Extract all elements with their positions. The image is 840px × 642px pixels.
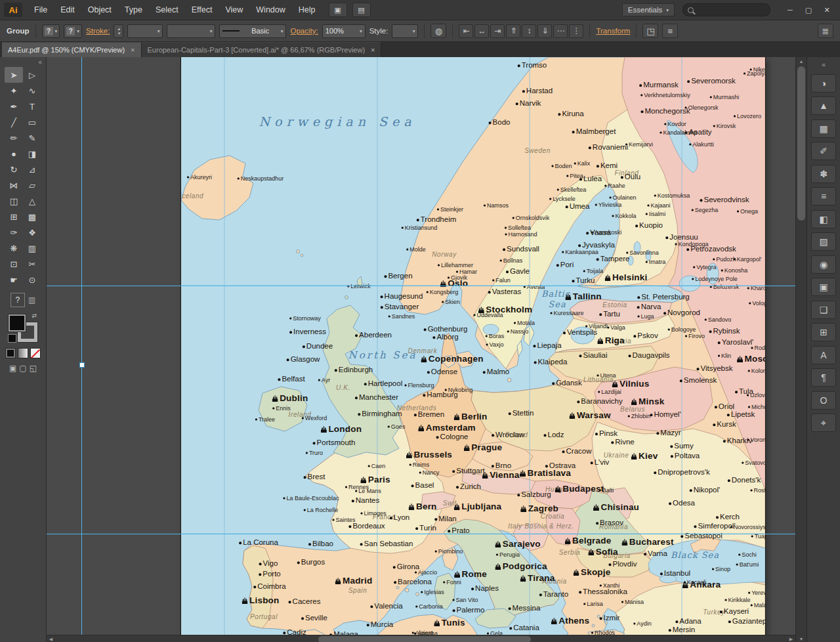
guide-horizontal-1[interactable] (47, 286, 795, 286)
align-right-icon[interactable]: ⇥ (490, 24, 505, 38)
close-tab-icon[interactable]: × (371, 46, 375, 54)
artboard-tool[interactable]: ⊡ (5, 256, 23, 272)
align-left-icon[interactable]: ⇤ (459, 24, 473, 38)
opentype-panel-icon[interactable]: O (811, 391, 836, 410)
stroke-weight-stepper[interactable]: ▴▾ (114, 24, 123, 38)
stroke-color-well[interactable]: ?▾ (64, 24, 82, 38)
arrange-documents-icon[interactable]: ▤ (352, 3, 371, 17)
opacity-dropdown[interactable]: 100%▾ (322, 24, 366, 38)
rectangle-tool[interactable]: ▭ (23, 114, 41, 130)
anchor-point[interactable] (79, 362, 85, 368)
fill-stroke-widget[interactable]: ⇄ (8, 314, 38, 343)
color-guide-panel-icon[interactable]: ▲ (811, 96, 836, 115)
guide-vertical[interactable] (81, 57, 82, 642)
canvas-area[interactable]: Norwegian SeaNorth SeaBalticSeaBlack Sea… (47, 57, 795, 642)
shape-builder-tool[interactable]: ◫ (5, 193, 23, 209)
menu-item-view[interactable]: View (219, 0, 249, 20)
swatches-panel-icon[interactable]: ▦ (811, 119, 836, 138)
rotate-tool[interactable]: ↻ (5, 161, 23, 177)
context-menu-icon[interactable]: ≣ (818, 24, 833, 38)
gradient-panel-icon[interactable]: ◧ (811, 210, 836, 228)
screen-mode-icon[interactable]: ◱ (30, 364, 37, 373)
zoom-tool[interactable]: ⊙ (23, 272, 41, 288)
eraser-tool[interactable]: ◨ (23, 146, 41, 161)
paintbrush-tool[interactable]: ✏ (5, 130, 23, 146)
perspective-grid-tool[interactable]: △ (23, 193, 41, 209)
menu-item-file[interactable]: File (28, 0, 54, 20)
collapse-panel-icon[interactable]: « (34, 57, 46, 67)
panel-options-icon[interactable]: ≡ (662, 24, 678, 38)
brushes-panel-icon[interactable]: ✐ (811, 142, 836, 160)
menu-item-object[interactable]: Object (81, 0, 118, 20)
blob-brush-tool[interactable]: ● (5, 146, 23, 161)
vertical-scroll-thumb[interactable] (797, 66, 805, 221)
document-tab-inactive[interactable]: European-Capitals-Part-3 [Converted].ai*… (142, 42, 382, 57)
align-panel-icon[interactable]: ⌖ (811, 414, 836, 432)
horizontal-scroll-track[interactable] (55, 635, 787, 642)
stroke-panel-icon[interactable]: ≡ (811, 187, 836, 205)
style-dropdown[interactable]: ▾ (392, 24, 418, 38)
appearance-panel-icon[interactable]: ◉ (811, 255, 836, 274)
document-tab-active[interactable]: A4Eur.pdf @ 150% (CMYK/Preview) × (2, 42, 142, 57)
line-segment-tool[interactable]: ╱ (5, 114, 23, 130)
expand-panels-icon[interactable]: « (812, 59, 835, 70)
close-tab-icon[interactable]: × (131, 46, 135, 54)
pen-tool[interactable]: ✒ (5, 98, 23, 114)
eyedropper-tool[interactable]: ✑ (5, 225, 23, 240)
type-tool[interactable]: T (23, 98, 41, 114)
align-bottom-icon[interactable]: ⇓ (537, 24, 552, 38)
slice-tool[interactable]: ✂ (23, 256, 41, 272)
distribute-vertical-icon[interactable]: ⋮ (569, 24, 583, 38)
menu-item-help[interactable]: Help (292, 0, 322, 20)
align-top-icon[interactable]: ⇑ (506, 24, 520, 38)
vertical-scrollbar[interactable]: ▲ ▼ (795, 57, 807, 642)
menu-item-effect[interactable]: Effect (185, 0, 219, 20)
scroll-right-icon[interactable]: ▶ (787, 635, 795, 642)
menu-item-select[interactable]: Select (149, 0, 185, 20)
blend-tool[interactable]: ❖ (23, 225, 41, 240)
bridge-icon[interactable]: ▣ (329, 3, 347, 17)
transform-link[interactable]: Transform (596, 27, 630, 35)
menu-item-edit[interactable]: Edit (54, 0, 81, 20)
app-logo[interactable]: Ai (4, 3, 22, 17)
paragraph-panel-icon[interactable]: ¶ (811, 368, 836, 387)
gradient-button[interactable] (18, 348, 28, 358)
brush-definition-dropdown[interactable]: ▾ (167, 24, 215, 38)
draw-behind-icon[interactable]: ▢ (19, 364, 26, 373)
fill-color-well[interactable]: ?▾ (42, 24, 60, 38)
search-field[interactable] (682, 3, 770, 16)
horizontal-scroll-thumb[interactable] (318, 636, 530, 642)
help-box[interactable]: ? (10, 293, 25, 307)
selection-tool[interactable]: ➤ (5, 67, 23, 83)
restore-button[interactable]: ▢ (799, 3, 818, 17)
workspace-switcher[interactable]: Essentials ▾ (622, 3, 675, 16)
graphic-styles-panel-icon[interactable]: ▣ (811, 278, 836, 296)
free-transform-tool[interactable]: ▱ (23, 177, 41, 193)
artboards-panel-icon[interactable]: ⊞ (811, 323, 836, 341)
variable-width-profile-dropdown[interactable]: Basic▾ (219, 24, 286, 38)
align-center-horizontal-icon[interactable]: ↔ (474, 24, 489, 38)
swap-fill-stroke-icon[interactable]: ⇄ (32, 312, 37, 319)
column-graph-tool[interactable]: ▥ (23, 240, 41, 256)
isolate-mode-icon[interactable]: ◳ (642, 24, 658, 38)
pencil-tool[interactable]: ✎ (23, 130, 41, 146)
layers-panel-icon[interactable]: ❏ (811, 301, 836, 319)
default-fill-stroke-icon[interactable] (8, 334, 16, 343)
close-button[interactable]: ✕ (818, 3, 836, 17)
recolor-artwork-icon[interactable]: ◍ (430, 24, 446, 38)
guide-horizontal-2[interactable] (47, 534, 795, 534)
scroll-up-icon[interactable]: ▲ (796, 57, 807, 66)
character-panel-icon[interactable]: A (811, 346, 836, 364)
color-panel-icon[interactable]: ◑ (811, 74, 836, 93)
align-middle-vertical-icon[interactable]: ↕ (522, 24, 536, 38)
draw-normal-icon[interactable]: ▣ (9, 364, 16, 373)
symbols-panel-icon[interactable]: ✽ (811, 165, 836, 183)
scroll-down-icon[interactable]: ▼ (796, 635, 807, 642)
fill-swatch[interactable] (9, 314, 26, 332)
stroke-weight-dropdown[interactable]: ▾ (127, 24, 163, 38)
scroll-left-icon[interactable]: ◀ (47, 635, 55, 642)
search-input[interactable] (697, 5, 765, 14)
mesh-tool[interactable]: ⊞ (5, 209, 23, 225)
opacity-link[interactable]: Opacity: (290, 27, 318, 35)
symbol-sprayer-tool[interactable]: ❋ (5, 240, 23, 256)
